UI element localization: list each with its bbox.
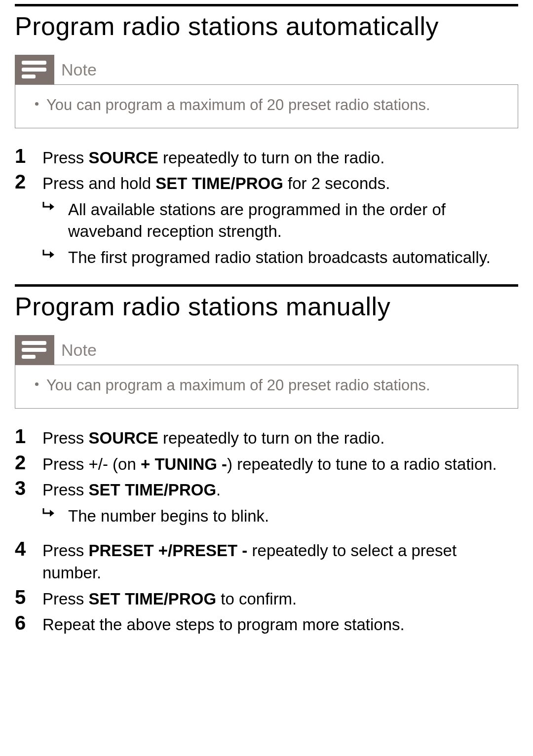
step-text-span: Press and hold [42,174,155,192]
step-text: Press SET TIME/PROG. [42,479,518,501]
step-text: Repeat the above steps to program more s… [42,614,518,636]
result-arrow-icon [42,249,56,261]
step-text-span: Press [42,429,89,447]
step-row: 6Repeat the above steps to program more … [15,612,518,636]
step-text: Press and hold SET TIME/PROG for 2 secon… [42,173,518,195]
bullet-icon [35,382,38,386]
step-number: 1 [15,145,30,167]
note-label: Note [54,340,97,360]
step-text-strong: SOURCE [89,429,158,447]
step-text-span: Press [42,541,89,560]
step-text: Press SOURCE repeatedly to turn on the r… [42,147,518,169]
steps-auto: 1Press SOURCE repeatedly to turn on the … [15,145,518,269]
step-sub: All available stations are programmed in… [42,199,518,243]
result-arrow-icon [42,199,56,243]
section-title-manual: Program radio stations manually [15,292,518,321]
step-sub-text: All available stations are programmed in… [68,199,518,243]
note-icon [15,335,54,365]
step-text: Press SET TIME/PROG to confirm. [42,588,518,610]
step-row: 2Press +/- (on + TUNING -) repeatedly to… [15,452,518,476]
step-body: Press SOURCE repeatedly to turn on the r… [42,145,518,169]
step-text-strong: SET TIME/PROG [89,590,217,608]
step-number: 6 [15,612,30,634]
step-number: 3 [15,477,30,499]
result-arrow-icon [42,507,56,519]
section-divider [15,284,518,287]
step-sub-text: The number begins to blink. [68,505,269,528]
step-text-span: ) repeatedly to tune to a radio station. [227,455,497,473]
step-row: 1Press SOURCE repeatedly to turn on the … [15,425,518,450]
step-text-span: repeatedly to turn on the radio. [158,149,385,167]
step-text: Press PRESET +/PRESET - repeatedly to se… [42,540,518,584]
step-text-span: Press [42,481,89,499]
step-row: 3Press SET TIME/PROG.The number begins t… [15,477,518,527]
step-number: 2 [15,171,30,192]
step-number: 5 [15,586,30,608]
note-text: You can program a maximum of 20 preset r… [46,376,430,395]
note-body-auto: You can program a maximum of 20 preset r… [15,84,518,128]
manual-page: Program radio stations automatically Not… [0,4,533,756]
note-body-manual: You can program a maximum of 20 preset r… [15,365,518,409]
step-body: Press +/- (on + TUNING -) repeatedly to … [42,452,518,476]
step-number: 2 [15,452,30,473]
step-text-span: repeatedly to turn on the radio. [158,429,385,447]
step-row: 4Press PRESET +/PRESET - repeatedly to s… [15,538,518,584]
step-text-strong: SET TIME/PROG [155,174,283,192]
steps-manual: 1Press SOURCE repeatedly to turn on the … [15,425,518,636]
step-text-strong: SET TIME/PROG [89,481,217,499]
step-text-strong: + TUNING - [141,455,227,473]
note-label: Note [54,60,97,79]
step-body: Press SET TIME/PROG.The number begins to… [42,477,518,527]
bullet-icon [35,102,38,106]
note-icon [15,55,54,84]
step-body: Press SOURCE repeatedly to turn on the r… [42,425,518,450]
step-number: 1 [15,425,30,447]
step-text-span: to confirm. [216,590,297,608]
step-text: Press +/- (on + TUNING -) repeatedly to … [42,454,518,476]
step-number: 4 [15,538,30,560]
step-text-strong: PRESET +/PRESET - [89,541,248,560]
result-arrow-icon [42,505,56,528]
result-arrow-icon [42,247,56,269]
step-row: 2Press and hold SET TIME/PROG for 2 seco… [15,171,518,268]
step-text-span: . [216,481,221,499]
step-text-span: Repeat the above steps to program more s… [42,615,405,634]
step-row: 1Press SOURCE repeatedly to turn on the … [15,145,518,169]
step-body: Press SET TIME/PROG to confirm. [42,586,518,610]
step-body: Press and hold SET TIME/PROG for 2 secon… [42,171,518,268]
note-header-manual: Note [15,335,97,365]
step-body: Press PRESET +/PRESET - repeatedly to se… [42,538,518,584]
note-text: You can program a maximum of 20 preset r… [46,96,430,115]
step-text: Press SOURCE repeatedly to turn on the r… [42,427,518,450]
section-divider [15,4,518,6]
step-text-strong: SOURCE [89,149,158,167]
step-text-span: Press [42,149,89,167]
note-header-auto: Note [15,55,97,84]
step-text-span: for 2 seconds. [283,174,390,192]
section-title-auto: Program radio stations automatically [15,11,518,41]
step-text-span: Press [42,590,89,608]
step-body: Repeat the above steps to program more s… [42,612,518,636]
step-sub-text: The first programed radio station broadc… [68,247,491,269]
step-sub: The first programed radio station broadc… [42,247,518,269]
step-row: 5Press SET TIME/PROG to confirm. [15,586,518,610]
result-arrow-icon [42,201,56,213]
step-sub: The number begins to blink. [42,505,518,528]
step-text-span: Press +/- (on [42,455,141,473]
